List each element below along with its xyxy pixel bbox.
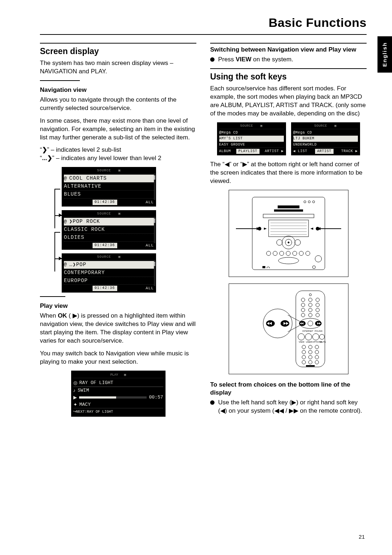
subhead-play-view: Play view — [40, 302, 196, 310]
lcd2-row2: OLDIES — [64, 234, 154, 242]
sort-mode-screens: SOURCE▣ @Mega CD AMY'S LIST EASY GROOVE … — [210, 122, 367, 155]
lcdA-fr: ARTIST ▶ — [265, 149, 283, 154]
play-icon: ▶ — [73, 394, 77, 401]
svg-point-63 — [313, 334, 319, 340]
lcdA-row1: AMY'S LIST — [219, 136, 284, 142]
svg-marker-15 — [287, 241, 290, 244]
play-artist: MACY — [79, 401, 91, 408]
lcd-screen-3: SOURCE▣ @…❯POP CONTEMPORARY EUROPOP 01:4… — [62, 253, 156, 293]
svg-point-42 — [301, 303, 305, 307]
svg-point-78 — [302, 360, 306, 364]
svg-text:INTERNET: INTERNET — [302, 330, 313, 332]
lcdB-fr: TRACK ▶ — [341, 149, 358, 154]
scrollbar-icon — [154, 260, 155, 286]
lcd1-row2: BLUES — [64, 191, 154, 199]
lcd-wrap-3: SOURCE▣ @…❯POP CONTEMPORARY EUROPOP 01:4… — [51, 253, 196, 293]
connect-1 — [51, 167, 62, 207]
lcd1-right: ALL — [146, 200, 154, 205]
language-tab: English — [377, 36, 392, 73]
lcd-wrap-1: SOURCE▣ @COOL CHARTS ALTERNATIVE BLUES 0… — [51, 167, 196, 207]
svg-point-36 — [315, 256, 322, 262]
svg-rect-7 — [269, 220, 309, 237]
subhead-switching: Switching between Navigation view and Pl… — [210, 46, 367, 54]
svg-rect-6 — [263, 214, 314, 218]
ind2-text: ” – indicates any level lower than level… — [52, 155, 162, 162]
scrollbar-icon — [154, 174, 155, 200]
svg-point-40 — [309, 298, 312, 302]
lcd2-row1: CLASSIC ROCK — [64, 226, 154, 234]
sw-post: on the system. — [252, 56, 293, 63]
bullet-text: Press VIEW on the system. — [218, 56, 367, 64]
svg-point-19 — [273, 251, 277, 256]
connect-3 — [51, 253, 62, 293]
remote-svg: INTERNET PCLINK VIEW USER OPTIONS MUTE — [234, 289, 343, 369]
ind1-text: ” – indicates level 2 sub-list — [47, 146, 121, 153]
subhead-select-bottom: To select from choices on the bottom lin… — [210, 381, 367, 397]
svg-point-43 — [309, 303, 312, 307]
svg-point-1 — [304, 201, 306, 203]
svg-point-39 — [301, 298, 305, 302]
scrollbar-icon — [154, 217, 155, 243]
progress-bar — [79, 396, 147, 399]
system-diagram — [229, 190, 348, 277]
svg-point-76 — [309, 355, 312, 359]
page-number: 21 — [359, 533, 365, 540]
nav-paragraph-1: Allows you to navigate through the conte… — [40, 96, 196, 113]
svg-point-70 — [309, 345, 312, 349]
header-rule — [40, 34, 367, 35]
internet-icon: @ — [64, 219, 67, 225]
lcd1-header: COOL CHARTS — [69, 175, 107, 182]
svg-point-23 — [299, 251, 303, 256]
lcdB-header: @Mega CD — [293, 130, 312, 135]
bullet-select-text: Use the left hand soft key (▶) or right … — [218, 399, 367, 415]
svg-point-50 — [316, 313, 319, 317]
lcd-screen-1: SOURCE▣ @COOL CHARTS ALTERNATIVE BLUES 0… — [62, 167, 156, 207]
navigation-lcd-stack: SOURCE▣ @COOL CHARTS ALTERNATIVE BLUES 0… — [51, 167, 196, 293]
svg-point-52 — [308, 321, 313, 326]
section-soft-keys: Using the soft keys — [210, 71, 367, 82]
two-column-layout: Screen display The system has two main s… — [40, 43, 367, 420]
svg-point-75 — [302, 355, 306, 359]
left-column: Screen display The system has two main s… — [40, 43, 196, 420]
lower-level-glyph: ...❯ — [42, 155, 52, 162]
svg-point-21 — [286, 251, 290, 256]
bullet-press-view: Press VIEW on the system. — [210, 56, 367, 64]
manual-page: English Basic Functions Screen display T… — [0, 0, 392, 555]
lcd3-right: ALL — [146, 286, 154, 291]
ok-label: OK — [58, 312, 67, 319]
svg-point-47 — [316, 308, 319, 312]
system-svg — [234, 195, 343, 272]
svg-point-27 — [313, 266, 315, 269]
view-label: VIEW — [236, 56, 251, 63]
soft-paragraph-2: The “◀” or “▶” at the bottom right or le… — [210, 160, 367, 185]
svg-point-38 — [309, 294, 311, 296]
play-title: RAY OF LIGHT — [79, 380, 114, 386]
section-screen-display: Screen display — [40, 46, 196, 57]
lcdA-row2: EASY GROOVE — [219, 142, 284, 148]
play-next: NEXT:RAY OF LIGHT — [76, 410, 113, 414]
svg-point-72 — [302, 350, 306, 354]
lcdA-fm: PLAYLIST — [236, 149, 260, 154]
svg-rect-90 — [306, 365, 315, 367]
svg-point-49 — [309, 313, 312, 317]
lcdA-fl: ALBUM — [219, 149, 231, 154]
svg-line-88 — [288, 315, 300, 322]
svg-point-48 — [301, 313, 305, 317]
svg-point-20 — [279, 251, 284, 256]
lcdA-header: @Mega CD — [219, 130, 238, 135]
remote-diagram: INTERNET PCLINK VIEW USER OPTIONS MUTE — [229, 283, 348, 374]
svg-point-18 — [266, 251, 271, 256]
svg-text:USER: USER — [306, 341, 312, 343]
lcd-sort-a: SOURCE▣ @Mega CD AMY'S LIST EASY GROOVE … — [217, 122, 286, 155]
play-time: 00:57 — [149, 394, 163, 401]
svg-point-16 — [277, 240, 282, 245]
connect-2 — [51, 210, 62, 250]
section-rule-r1 — [210, 43, 367, 44]
lcd1-time: 01:42:36 — [93, 200, 117, 205]
svg-text:VIEW: VIEW — [299, 341, 305, 343]
note-icon: ♪ — [73, 387, 76, 394]
lcd2-right: ALL — [146, 243, 154, 248]
next-icon: ↪ — [73, 409, 76, 413]
bullet-icon — [210, 400, 215, 405]
intro-text: The system has two main screen display v… — [40, 59, 196, 76]
